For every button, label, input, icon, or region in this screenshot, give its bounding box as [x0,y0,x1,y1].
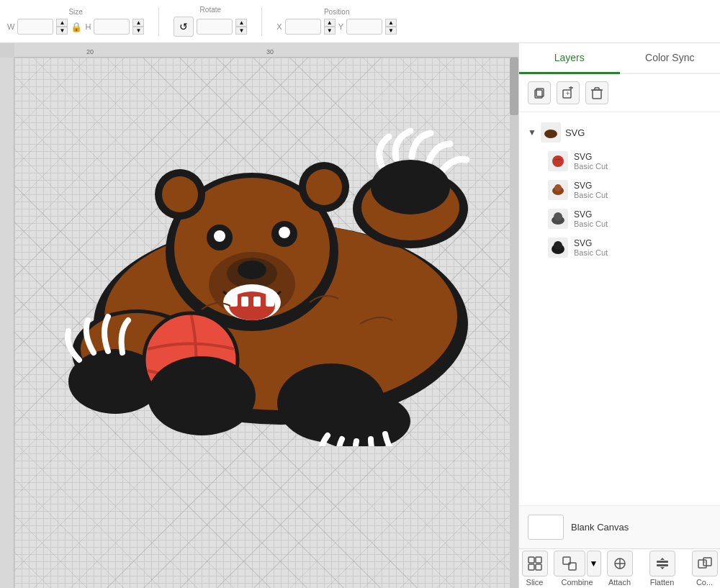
layer-subtitle-2: Basic Cut [574,191,608,199]
width-spinner[interactable]: ▲ ▼ [56,19,68,35]
y-label: Y [338,22,343,31]
delete-layer-button[interactable] [585,81,608,104]
panel-toolbar: + [519,74,720,112]
svg-rect-17 [229,294,238,307]
height-input[interactable] [94,19,130,35]
attach-group: Attach [600,551,639,587]
combine-button-wrapper[interactable]: ▼ [554,551,601,576]
combine-alt-group: Co... [685,551,720,587]
layer-subtitle-1: Basic Cut [574,162,608,171]
top-toolbar: Size W ▲ ▼ 🔒 H ▲ ▼ Rotate ↺ ▲ ▼ [0,0,720,43]
blank-canvas-label: Blank Canvas [571,522,629,533]
canvas-area[interactable]: 20 30 [0,43,518,588]
layer-subtitle-3: Basic Cut [574,220,608,228]
svg-point-13 [214,230,225,242]
slice-button[interactable] [522,551,548,576]
svg-rect-53 [536,557,541,563]
svg-rect-62 [657,564,668,566]
flatten-icon [654,556,670,571]
svg-rect-20 [266,294,274,307]
rotate-label: Rotate [200,6,221,14]
svg-point-10 [238,261,266,279]
layer-title-1: SVG [574,152,608,162]
slice-icon [527,556,543,571]
layer-thumb-1 [548,151,568,171]
slice-label: Slice [526,578,544,587]
rotate-group: Rotate ↺ ▲ ▼ [174,6,247,37]
layer-item-1[interactable]: SVG Basic Cut [519,147,720,176]
ruler-mark-30: 30 [266,48,274,55]
svg-marker-63 [660,558,665,560]
scrollbar-right[interactable] [510,58,518,588]
combine-alt-label: Co... [696,578,713,587]
blank-canvas-area[interactable]: Blank Canvas [519,505,720,548]
svg-rect-61 [657,561,668,563]
blank-canvas-thumb [528,515,564,540]
rotate-ccw-button[interactable]: ↺ [174,17,194,37]
layer-item-2[interactable]: SVG Basic Cut [519,176,720,204]
combine-dropdown-button[interactable]: ▼ [587,551,601,576]
svg-rect-38 [593,90,601,99]
width-input[interactable] [17,19,53,35]
y-input[interactable] [346,19,382,35]
combine-alt-button[interactable] [692,551,718,576]
attach-icon [612,556,628,571]
scrollbar-thumb[interactable] [510,58,518,115]
layer-thumb-2 [548,180,568,200]
svg-point-28 [371,160,450,214]
ruler-left [0,58,14,588]
layers-list: ▼ SVG SVG [519,112,720,505]
combine-group: ▼ Combine [557,551,597,587]
tab-color-sync[interactable]: Color Sync [620,43,721,74]
layer-group-header[interactable]: ▼ SVG [519,118,720,147]
flatten-button[interactable] [649,551,675,576]
combine-alt-icon [697,556,713,571]
size-label: Size [68,8,82,16]
bear-image [58,94,475,446]
divider2 [261,7,262,36]
layer-title-2: SVG [574,181,608,191]
chevron-icon: ▼ [528,127,536,137]
copy-layer-button[interactable] [528,81,551,104]
attach-button[interactable] [607,551,633,576]
layer-item-4[interactable]: SVG Basic Cut [519,233,720,262]
svg-point-47 [554,184,562,191]
svg-point-43 [544,130,557,138]
svg-rect-55 [536,564,541,570]
layer-title-3: SVG [574,209,608,220]
flatten-label: Flatten [650,578,675,587]
combine-label: Combine [561,578,593,587]
group-name: SVG [565,127,585,138]
w-label: W [7,22,14,31]
position-group: Position X ▲ ▼ Y ▲ ▼ [276,8,397,35]
layer-thumb-4 [548,238,568,258]
layer-info-1: SVG Basic Cut [574,152,608,171]
attach-label: Attach [608,578,631,587]
size-group: Size W ▲ ▼ 🔒 H ▲ ▼ [7,8,144,35]
rotate-spinner[interactable]: ▲ ▼ [235,19,247,35]
y-spinner[interactable]: ▲ ▼ [385,19,397,35]
divider1 [158,7,159,36]
svg-text:+: + [566,90,570,97]
svg-rect-18 [241,297,248,307]
combine-icon [562,556,577,571]
svg-rect-19 [253,297,261,307]
layer-item-3[interactable]: SVG Basic Cut [519,204,720,233]
grid-canvas[interactable] [14,58,510,588]
svg-rect-65 [698,560,706,568]
tab-layers[interactable]: Layers [519,43,620,74]
layer-info-2: SVG Basic Cut [574,181,608,199]
svg-point-45 [552,155,564,167]
right-panel: Layers Color Sync + [518,43,720,588]
height-spinner[interactable]: ▲ ▼ [132,19,144,35]
layer-thumb-3 [548,209,568,229]
add-layer-button[interactable]: + [557,81,580,104]
combine-button[interactable] [554,551,585,576]
rotate-input[interactable] [197,19,233,35]
slice-group: Slice [515,551,554,587]
x-input[interactable] [285,19,321,35]
layer-subtitle-4: Basic Cut [574,248,608,257]
x-spinner[interactable]: ▲ ▼ [324,19,336,35]
svg-point-5 [162,176,198,212]
ruler-top: 20 30 [14,43,518,58]
